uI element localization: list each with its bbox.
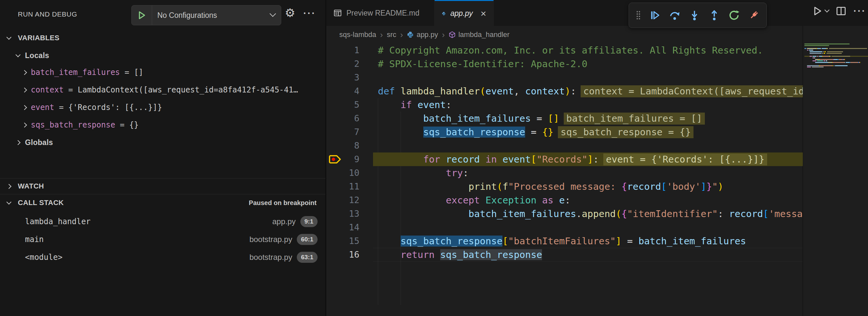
chevron-down-icon xyxy=(825,8,829,14)
line-number[interactable]: 7 xyxy=(326,125,360,139)
restart-button[interactable] xyxy=(727,8,741,22)
breadcrumb-item-lambda-handler[interactable]: lambda_handler xyxy=(448,31,509,39)
stack-frame-row[interactable]: <module>bootstrap.py63:1 xyxy=(0,249,326,266)
tab-preview-readme[interactable]: Preview README.md xyxy=(326,0,435,26)
equals-sign: = xyxy=(64,85,78,94)
line-number[interactable]: 8 xyxy=(326,139,360,153)
line-number[interactable]: 10 xyxy=(326,166,360,180)
start-debugging-button[interactable] xyxy=(132,5,152,25)
chevron-right-icon xyxy=(18,71,31,74)
step-over-icon xyxy=(669,10,680,21)
gripper-icon xyxy=(636,10,641,20)
watch-section-header[interactable]: WATCH xyxy=(0,179,326,194)
code-line-content[interactable]: # Copyright Amazon.com, Inc. or its affi… xyxy=(373,43,803,57)
python-icon xyxy=(442,9,446,18)
code-line-content[interactable]: except Exception as e: xyxy=(373,193,803,207)
code-line-content[interactable]: batch_item_failures.append({"itemIdentif… xyxy=(373,207,803,221)
minimap[interactable] xyxy=(804,43,868,83)
variable-row[interactable]: sqs_batch_response = {} xyxy=(0,116,326,134)
more-actions-icon[interactable]: ··· xyxy=(303,8,316,18)
breadcrumb-separator: › xyxy=(442,30,445,40)
code-line-content[interactable]: print(f"Processed message: {record['body… xyxy=(373,180,803,193)
breadcrumb-item-app-py[interactable]: app.py xyxy=(407,31,438,39)
frame-name: <module> xyxy=(25,253,63,262)
step-out-icon xyxy=(709,10,720,21)
variable-row[interactable]: event = {'Records': [{...}]} xyxy=(0,99,326,116)
toolbar-gripper[interactable] xyxy=(634,8,642,22)
chevron-down-icon xyxy=(11,54,25,57)
code-line-content[interactable]: if event: xyxy=(373,98,803,112)
frame-location: app.py9:1 xyxy=(272,216,317,227)
scope-locals[interactable]: Locals xyxy=(0,47,326,64)
line-number[interactable]: 1 xyxy=(326,43,360,57)
minimap-line xyxy=(804,60,868,61)
continue-button[interactable] xyxy=(648,8,662,22)
stack-frame-row[interactable]: lambda_handlerapp.py9:1 xyxy=(0,213,326,230)
code-line-content[interactable] xyxy=(373,71,803,84)
breadcrumb-item-sqs-lambda[interactable]: sqs-lambda xyxy=(339,31,376,39)
code-line: 2# SPDX-License-Identifier: Apache-2.0 xyxy=(326,57,803,71)
line-number[interactable]: 4 xyxy=(326,84,360,98)
line-number[interactable]: 3 xyxy=(326,71,360,84)
code-line: 14 xyxy=(326,221,803,234)
code-line: 9 for record in event["Records"]:event =… xyxy=(326,153,803,166)
code-line-content[interactable]: batch_item_failures = []batch_item_failu… xyxy=(373,112,803,125)
code-line-content[interactable]: sqs_batch_response = {}sqs_batch_respons… xyxy=(373,125,803,139)
code-line: 11 print(f"Processed message: {record['b… xyxy=(326,180,803,193)
more-actions-icon[interactable]: ··· xyxy=(854,6,866,16)
launch-configuration-dropdown[interactable]: No Configurations xyxy=(131,5,281,25)
breadcrumb-separator: › xyxy=(380,30,383,40)
code-line-content[interactable] xyxy=(373,139,803,153)
line-number[interactable]: 14 xyxy=(326,221,360,234)
variables-section-header[interactable]: VARIABLES xyxy=(0,30,326,46)
code-line: 1# Copyright Amazon.com, Inc. or its aff… xyxy=(326,43,803,57)
gear-icon[interactable]: ⚙ xyxy=(285,7,295,19)
preview-icon xyxy=(334,9,342,17)
stack-frame-row[interactable]: mainbootstrap.py60:1 xyxy=(0,231,326,248)
code-editor[interactable]: 1# Copyright Amazon.com, Inc. or its aff… xyxy=(326,43,803,316)
line-number[interactable]: 12 xyxy=(326,193,360,207)
tab-app-py[interactable]: app.py × xyxy=(435,0,494,26)
line-number[interactable]: 2 xyxy=(326,57,360,71)
split-editor-button[interactable] xyxy=(836,6,846,16)
breakpoint-pointer[interactable] xyxy=(329,154,342,166)
variable-row[interactable]: batch_item_failures = [] xyxy=(0,64,326,81)
code-line: 13 batch_item_failures.append({"itemIden… xyxy=(326,207,803,221)
line-number[interactable]: 5 xyxy=(326,98,360,112)
close-icon[interactable]: × xyxy=(480,9,486,19)
line-number[interactable]: 16 xyxy=(326,248,360,261)
variable-row[interactable]: context = LambdaContext([aws_request_id=… xyxy=(0,81,326,99)
step-out-button[interactable] xyxy=(707,8,721,22)
frame-location: bootstrap.py63:1 xyxy=(249,252,317,263)
breadcrumb-item-src[interactable]: src xyxy=(386,31,396,39)
code-line-content[interactable]: for record in event["Records"]:event = {… xyxy=(373,153,803,166)
code-line-content[interactable] xyxy=(373,221,803,234)
equals-sign: = xyxy=(120,68,134,77)
code-line-content[interactable]: # SPDX-License-Identifier: Apache-2.0 xyxy=(373,57,803,71)
line-number[interactable]: 11 xyxy=(326,180,360,193)
python-icon xyxy=(407,31,414,38)
continue-icon xyxy=(649,10,660,21)
frame-name: main xyxy=(25,235,44,244)
breadcrumb-label: src xyxy=(386,31,396,39)
chevron-down-icon xyxy=(0,36,18,40)
call-stack-section-header[interactable]: CALL STACK Paused on breakpoint xyxy=(0,195,326,211)
run-python-file-button[interactable] xyxy=(812,6,829,16)
minimap-line xyxy=(804,43,868,44)
minimap-line xyxy=(804,45,868,46)
scope-globals[interactable]: Globals xyxy=(0,134,326,151)
code-line-content[interactable]: try: xyxy=(373,166,803,180)
code-line-content[interactable]: def lambda_handler(event, context):conte… xyxy=(373,84,803,98)
step-over-button[interactable] xyxy=(668,8,682,22)
run-icon xyxy=(812,6,823,16)
minimap-line xyxy=(804,50,868,51)
code-line-content[interactable]: return sqs_batch_response xyxy=(373,248,803,261)
step-into-button[interactable] xyxy=(687,8,702,22)
line-number[interactable]: 15 xyxy=(326,234,360,248)
disconnect-button[interactable] xyxy=(747,8,761,22)
breakpoint-current-line-icon[interactable] xyxy=(329,154,342,165)
code-line: 10 try: xyxy=(326,166,803,180)
line-number[interactable]: 13 xyxy=(326,207,360,221)
code-line-content[interactable]: sqs_batch_response["batchItemFailures"] … xyxy=(373,234,803,248)
line-number[interactable]: 6 xyxy=(326,112,360,125)
